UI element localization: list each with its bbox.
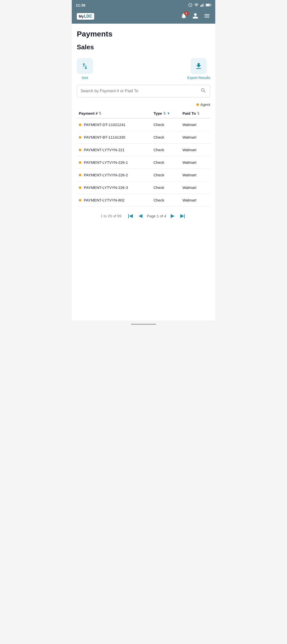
payment-number: PAYMENT-DT-11021241 (84, 123, 125, 127)
logo: My LDC (77, 13, 94, 20)
agent-dot (196, 103, 199, 106)
page-content: Payments Sales Sort Export Results (72, 24, 215, 320)
prev-page-button[interactable]: ◀ (137, 213, 144, 219)
page-range: 1 to 25 of 99 (100, 214, 121, 218)
payment-number: PAYMENT-LYTVYN-226-2 (84, 173, 128, 177)
agent-row: Agent (77, 102, 210, 107)
paidto-cell: Walmart (181, 118, 210, 131)
paidto-cell: Walmart (181, 169, 210, 181)
svg-rect-3 (203, 3, 204, 7)
paidto-cell: Walmart (181, 194, 210, 207)
sort-icon (81, 62, 89, 70)
status-dot (79, 149, 81, 151)
hamburger-icon (204, 13, 210, 19)
notification-button[interactable]: 0 (181, 13, 187, 20)
sort-label: Sort (82, 76, 88, 80)
col-type-label: Type (154, 111, 162, 115)
paidto-cell: Walmart (181, 144, 210, 156)
search-input[interactable] (81, 89, 200, 93)
battery-icon (206, 3, 211, 7)
bottom-bar (72, 320, 215, 328)
type-cell: Check (152, 194, 181, 207)
nav-icons: 0 (181, 13, 210, 20)
payment-sort-icon[interactable]: ⇅ (99, 111, 101, 115)
payment-cell: PAYMENT-DT-11021241 (77, 118, 152, 131)
notification-badge: 0 (184, 11, 189, 16)
first-page-button[interactable]: |◀ (126, 213, 134, 219)
type-cell: Check (152, 118, 181, 131)
top-nav: My LDC 0 (72, 10, 215, 24)
agent-label: Agent (200, 102, 210, 107)
svg-rect-5 (206, 4, 209, 6)
status-dot (79, 124, 81, 126)
sort-icon-container (77, 58, 93, 74)
page-title: Payments (77, 30, 210, 38)
col-paidto: Paid To ⇅ (181, 109, 210, 118)
type-cell: Check (152, 169, 181, 181)
payment-number: PAYMENT-LYTVYN-226-1 (84, 160, 128, 165)
table-row[interactable]: PAYMENT-LYTVYN-226-3 Check Walmart (77, 181, 210, 194)
paidto-sort-icon[interactable]: ⇅ (197, 111, 200, 115)
status-bar: 11:36 (72, 0, 215, 10)
page-label: Page 1 of 4 (147, 214, 166, 218)
status-dot (79, 186, 81, 189)
status-dot (79, 136, 81, 139)
payment-cell: PAYMENT-LYTVYN-221 (77, 144, 152, 156)
payment-number: PAYMENT-LYTVYN-221 (84, 148, 125, 152)
status-icons (188, 3, 211, 7)
col-paidto-label: Paid To (183, 111, 196, 115)
search-container (77, 85, 210, 97)
export-button[interactable]: Export Results (187, 58, 210, 80)
svg-rect-2 (202, 4, 203, 7)
table-row[interactable]: PAYMENT-LYTVYN-221 Check Walmart (77, 144, 210, 156)
last-page-button[interactable]: ▶| (179, 213, 187, 219)
pagination: 1 to 25 of 99 |◀ ◀ Page 1 of 4 ▶ ▶| (77, 207, 210, 223)
sort-button[interactable]: Sort (77, 58, 93, 80)
status-dot (79, 199, 81, 202)
download-icon (195, 62, 203, 70)
signal-icon (200, 3, 204, 7)
user-icon (192, 13, 199, 19)
payment-cell: PAYMENT-LYTVYN-226-3 (77, 181, 152, 194)
toolbar: Sort Export Results (77, 58, 210, 80)
type-cell: Check (152, 144, 181, 156)
export-icon-container (191, 58, 207, 74)
table-row[interactable]: PAYMENT-LYTVYN-226-2 Check Walmart (77, 169, 210, 181)
payment-number: PAYMENT-LYTVYN-226-3 (84, 185, 128, 190)
type-sort-icon[interactable]: ⇅ (163, 111, 166, 115)
payment-cell: PAYMENT-LYTVYN-226-2 (77, 169, 152, 181)
type-cell: Check (152, 131, 181, 144)
clock-icon (188, 3, 193, 7)
table-body: PAYMENT-DT-11021241 Check Walmart PAYMEN… (77, 118, 210, 207)
section-title: Sales (77, 43, 210, 51)
table-row[interactable]: PAYMENT-BT-11141330 Check Walmart (77, 131, 210, 144)
type-cell: Check (152, 181, 181, 194)
payments-table: Payment # ⇅ Type ⇅ ▼ Paid To ⇅ (77, 109, 210, 207)
logo-my: My (79, 14, 84, 18)
status-dot (79, 174, 81, 176)
svg-rect-6 (211, 5, 211, 6)
search-icon (200, 88, 206, 94)
search-button[interactable] (200, 88, 206, 95)
paidto-cell: Walmart (181, 131, 210, 144)
payment-cell: PAYMENT-LYTVYN-802 (77, 194, 152, 207)
col-type: Type ⇅ ▼ (152, 109, 181, 118)
type-cell: Check (152, 156, 181, 169)
paidto-cell: Walmart (181, 156, 210, 169)
type-filter-icon[interactable]: ▼ (167, 111, 170, 115)
table-row[interactable]: PAYMENT-LYTVYN-226-1 Check Walmart (77, 156, 210, 169)
table-row[interactable]: PAYMENT-DT-11021241 Check Walmart (77, 118, 210, 131)
table-row[interactable]: PAYMENT-LYTVYN-802 Check Walmart (77, 194, 210, 207)
export-label: Export Results (187, 76, 210, 80)
menu-button[interactable] (204, 13, 210, 20)
payment-cell: PAYMENT-LYTVYN-226-1 (77, 156, 152, 169)
col-payment: Payment # ⇅ (77, 109, 152, 118)
home-indicator (131, 324, 156, 325)
status-time: 11:36 (76, 3, 85, 7)
user-profile-button[interactable] (192, 13, 199, 20)
payment-number: PAYMENT-BT-11141330 (84, 135, 125, 139)
payment-cell: PAYMENT-BT-11141330 (77, 131, 152, 144)
payment-number: PAYMENT-LYTVYN-802 (84, 198, 125, 202)
col-payment-label: Payment # (79, 111, 98, 115)
next-page-button[interactable]: ▶ (169, 213, 176, 219)
